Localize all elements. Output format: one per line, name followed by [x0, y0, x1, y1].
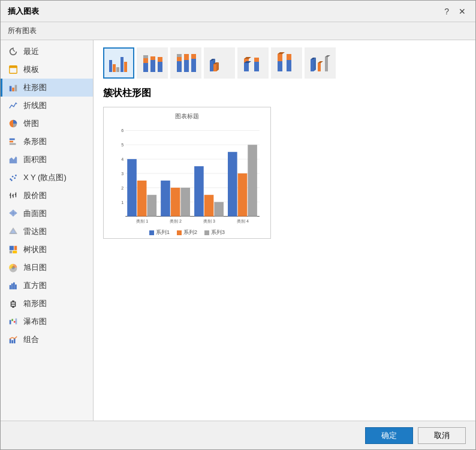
- legend-item-系列3: 系列3: [204, 229, 225, 236]
- svg-point-13: [15, 175, 17, 176]
- chart-type-btn-100-stacked-bar[interactable]: [170, 47, 201, 79]
- legend-item-系列1: 系列1: [149, 229, 170, 236]
- svg-text:1: 1: [121, 200, 123, 205]
- cancel-button[interactable]: 取消: [418, 427, 466, 444]
- svg-text:5: 5: [121, 143, 123, 147]
- svg-text:3: 3: [121, 172, 123, 176]
- svg-rect-6: [10, 139, 15, 140]
- svg-rect-105: [147, 195, 156, 217]
- close-button[interactable]: ✕: [456, 6, 468, 17]
- main-content: 最近模板柱形图折线图饼图条形图面积图X Y (散点图)股价图曲面图雷达图树状图旭…: [1, 40, 475, 421]
- sidebar-label-treemap: 树状图: [23, 244, 47, 255]
- svg-rect-1: [10, 66, 17, 68]
- chart-svg: 123456类别 1类别 2类别 3类别 4: [109, 123, 266, 225]
- sidebar-item-template[interactable]: 模板: [1, 61, 93, 79]
- svg-rect-69: [213, 64, 216, 71]
- svg-rect-117: [248, 145, 257, 216]
- sidebar-item-scatter[interactable]: X Y (散点图): [1, 169, 93, 187]
- sidebar-item-line[interactable]: 折线图: [1, 97, 93, 115]
- svg-text:类别 4: 类别 4: [237, 219, 249, 223]
- svg-rect-56: [150, 56, 155, 60]
- svg-rect-7: [10, 141, 13, 143]
- svg-rect-107: [161, 181, 170, 217]
- svg-rect-115: [228, 152, 237, 216]
- preview-chart-title: 图表标题: [109, 112, 266, 121]
- sidebar-label-scatter: X Y (散点图): [23, 172, 67, 183]
- sidebar-item-sunburst[interactable]: 旭日图: [1, 259, 93, 277]
- waterfall-icon: [8, 316, 19, 327]
- section-header: 所有图表: [1, 22, 475, 40]
- sidebar-item-pie[interactable]: 饼图: [1, 115, 93, 133]
- svg-rect-61: [177, 54, 182, 57]
- svg-rect-109: [180, 188, 190, 217]
- sidebar-label-boxplot: 箱形图: [23, 298, 47, 309]
- svg-rect-46: [14, 338, 16, 343]
- sidebar-item-combo[interactable]: 组合: [1, 331, 93, 349]
- help-button[interactable]: ?: [442, 6, 451, 17]
- svg-point-11: [12, 176, 14, 178]
- combo-icon: [8, 334, 19, 345]
- svg-rect-43: [16, 319, 17, 325]
- sidebar-item-bar-horizontal[interactable]: 条形图: [1, 133, 93, 151]
- svg-rect-32: [13, 283, 15, 290]
- stock-icon: [8, 190, 19, 201]
- insert-chart-dialog: 插入图表 ? ✕ 所有图表 最近模板柱形图折线图饼图条形图面积图X Y (散点图…: [0, 0, 476, 450]
- svg-rect-45: [11, 340, 13, 343]
- svg-rect-104: [137, 181, 147, 217]
- sidebar-item-surface[interactable]: 曲面图: [1, 205, 93, 223]
- sidebar-item-histogram[interactable]: 直方图: [1, 277, 93, 295]
- svg-rect-2: [10, 86, 12, 91]
- sidebar-label-bar-vertical: 柱形图: [23, 82, 47, 93]
- footer: 确定 取消: [1, 421, 475, 449]
- svg-rect-111: [194, 166, 204, 216]
- histogram-icon: [8, 280, 19, 291]
- bar-horizontal-icon: [8, 136, 19, 147]
- svg-rect-51: [124, 62, 127, 72]
- selected-chart-title: 簇状柱形图: [103, 87, 466, 100]
- svg-rect-86: [318, 63, 321, 71]
- sidebar-item-area[interactable]: 面积图: [1, 151, 93, 169]
- sidebar-item-treemap[interactable]: 树状图: [1, 241, 93, 259]
- sidebar-item-stock[interactable]: 股价图: [1, 187, 93, 205]
- chart-type-btn-3d-100-stacked[interactable]: [271, 47, 302, 79]
- recent-icon: [8, 46, 19, 57]
- svg-marker-87: [318, 61, 323, 63]
- svg-text:类别 1: 类别 1: [136, 219, 148, 223]
- chart-type-btn-3d-stacked[interactable]: [237, 47, 269, 79]
- sidebar: 最近模板柱形图折线图饼图条形图面积图X Y (散点图)股价图曲面图雷达图树状图旭…: [1, 40, 94, 421]
- sidebar-label-bar-horizontal: 条形图: [23, 136, 47, 147]
- svg-rect-58: [158, 57, 162, 62]
- sidebar-item-radar[interactable]: 雷达图: [1, 223, 93, 241]
- sidebar-item-waterfall[interactable]: 瀑布图: [1, 313, 93, 331]
- svg-rect-47: [109, 60, 112, 72]
- sidebar-label-radar: 雷达图: [23, 226, 47, 237]
- svg-text:6: 6: [121, 128, 123, 133]
- chart-type-btn-stacked-bar[interactable]: [137, 47, 168, 79]
- sidebar-item-bar-vertical[interactable]: 柱形图: [1, 79, 93, 97]
- ok-button[interactable]: 确定: [365, 427, 413, 444]
- svg-rect-3: [12, 88, 14, 91]
- svg-rect-28: [13, 251, 17, 253]
- sidebar-label-surface: 曲面图: [23, 208, 47, 219]
- area-icon: [8, 154, 19, 165]
- svg-rect-113: [214, 202, 224, 217]
- dialog-title: 插入图表: [8, 6, 39, 17]
- right-panel: 簇状柱形图 图表标题 123456类别 1类别 2类别 3类别 4 系列1系列2…: [94, 40, 475, 421]
- chart-type-btn-3d-clustered[interactable]: [204, 47, 235, 79]
- svg-marker-85: [314, 58, 316, 71]
- chart-type-btn-clustered-bar[interactable]: [103, 47, 134, 79]
- chart-type-btn-3d-bar[interactable]: [305, 47, 336, 79]
- chart-preview: 图表标题 123456类别 1类别 2类别 3类别 4 系列1系列2系列3: [103, 107, 271, 239]
- sidebar-item-boxplot[interactable]: 箱形图: [1, 295, 93, 313]
- svg-rect-88: [325, 57, 328, 71]
- svg-rect-53: [143, 58, 148, 63]
- svg-rect-79: [278, 54, 282, 61]
- svg-rect-48: [113, 64, 116, 72]
- sidebar-label-stock: 股价图: [23, 190, 47, 201]
- sidebar-label-sunburst: 旭日图: [23, 262, 47, 273]
- svg-rect-40: [10, 320, 11, 324]
- svg-rect-54: [143, 55, 148, 58]
- sidebar-item-recent[interactable]: 最近: [1, 43, 93, 61]
- svg-rect-83: [311, 59, 314, 71]
- bar-vertical-icon: [8, 82, 19, 93]
